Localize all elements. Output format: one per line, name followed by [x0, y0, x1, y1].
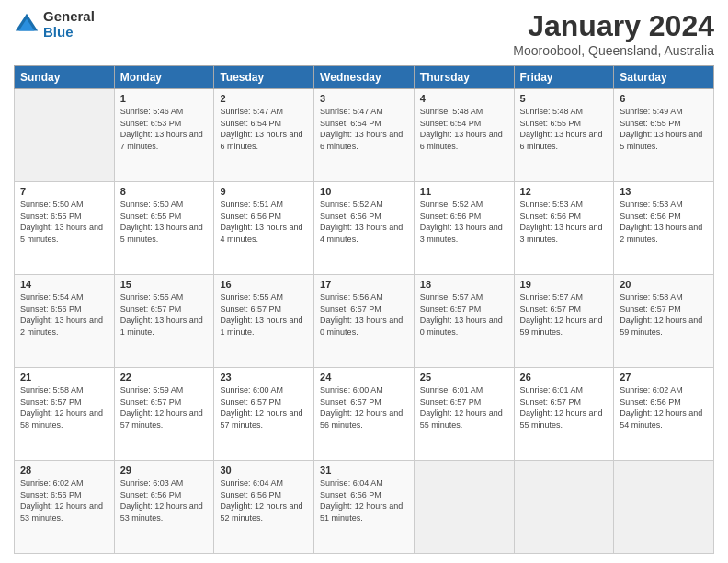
day-info: Sunrise: 5:53 AMSunset: 6:56 PMDaylight:…: [520, 199, 609, 245]
day-number: 18: [420, 279, 508, 290]
day-info: Sunrise: 6:00 AMSunset: 6:57 PMDaylight:…: [320, 385, 408, 431]
day-number: 12: [520, 186, 609, 197]
day-number: 1: [120, 93, 209, 104]
calendar-week-0: 1Sunrise: 5:46 AMSunset: 6:53 PMDaylight…: [15, 89, 714, 182]
day-number: 21: [20, 372, 108, 383]
calendar-cell: 17Sunrise: 5:56 AMSunset: 6:57 PMDayligh…: [314, 275, 415, 368]
day-number: 8: [120, 186, 209, 197]
calendar-cell: 11Sunrise: 5:52 AMSunset: 6:56 PMDayligh…: [414, 182, 514, 275]
calendar-cell: 22Sunrise: 5:59 AMSunset: 6:57 PMDayligh…: [114, 368, 214, 461]
day-info: Sunrise: 6:03 AMSunset: 6:56 PMDaylight:…: [120, 477, 209, 523]
day-info: Sunrise: 5:59 AMSunset: 6:57 PMDaylight:…: [120, 385, 209, 431]
day-number: 29: [120, 465, 209, 476]
day-info: Sunrise: 5:47 AMSunset: 6:54 PMDaylight:…: [320, 106, 408, 152]
day-number: 4: [420, 93, 508, 104]
day-info: Sunrise: 6:02 AMSunset: 6:56 PMDaylight:…: [620, 385, 708, 431]
calendar-week-1: 7Sunrise: 5:50 AMSunset: 6:55 PMDaylight…: [15, 182, 714, 275]
day-number: 15: [120, 279, 209, 290]
calendar-cell: [514, 461, 614, 554]
calendar-cell: 23Sunrise: 6:00 AMSunset: 6:57 PMDayligh…: [214, 368, 314, 461]
day-info: Sunrise: 5:50 AMSunset: 6:55 PMDaylight:…: [120, 199, 209, 245]
calendar-cell: 31Sunrise: 6:04 AMSunset: 6:56 PMDayligh…: [314, 461, 415, 554]
col-saturday: Saturday: [614, 66, 714, 89]
col-monday: Monday: [114, 66, 214, 89]
calendar-table: Sunday Monday Tuesday Wednesday Thursday…: [14, 65, 714, 554]
calendar-page: General Blue January 2024 Mooroobool, Qu…: [0, 0, 728, 563]
calendar-cell: 5Sunrise: 5:48 AMSunset: 6:55 PMDaylight…: [514, 89, 614, 182]
day-info: Sunrise: 5:52 AMSunset: 6:56 PMDaylight:…: [420, 199, 508, 245]
day-info: Sunrise: 5:58 AMSunset: 6:57 PMDaylight:…: [620, 292, 708, 338]
subtitle: Mooroobool, Queensland, Australia: [513, 43, 714, 58]
day-number: 25: [420, 372, 508, 383]
calendar-cell: 28Sunrise: 6:02 AMSunset: 6:56 PMDayligh…: [15, 461, 115, 554]
logo-general-text: General: [43, 9, 95, 25]
day-number: 9: [220, 186, 308, 197]
col-tuesday: Tuesday: [214, 66, 314, 89]
calendar-cell: [15, 89, 115, 182]
day-info: Sunrise: 6:04 AMSunset: 6:56 PMDaylight:…: [220, 477, 308, 523]
calendar-cell: 24Sunrise: 6:00 AMSunset: 6:57 PMDayligh…: [314, 368, 415, 461]
day-number: 28: [20, 465, 108, 476]
calendar-cell: 18Sunrise: 5:57 AMSunset: 6:57 PMDayligh…: [414, 275, 514, 368]
day-info: Sunrise: 6:01 AMSunset: 6:57 PMDaylight:…: [520, 385, 609, 431]
calendar-cell: 3Sunrise: 5:47 AMSunset: 6:54 PMDaylight…: [314, 89, 415, 182]
day-number: 3: [320, 93, 408, 104]
calendar-cell: 4Sunrise: 5:48 AMSunset: 6:54 PMDaylight…: [414, 89, 514, 182]
calendar-cell: 14Sunrise: 5:54 AMSunset: 6:56 PMDayligh…: [15, 275, 115, 368]
calendar-cell: 19Sunrise: 5:57 AMSunset: 6:57 PMDayligh…: [514, 275, 614, 368]
calendar-cell: 16Sunrise: 5:55 AMSunset: 6:57 PMDayligh…: [214, 275, 314, 368]
main-title: January 2024: [513, 9, 714, 43]
calendar-cell: [614, 461, 714, 554]
calendar-cell: 13Sunrise: 5:53 AMSunset: 6:56 PMDayligh…: [614, 182, 714, 275]
day-number: 30: [220, 465, 308, 476]
day-number: 5: [520, 93, 609, 104]
day-info: Sunrise: 5:50 AMSunset: 6:55 PMDaylight:…: [20, 199, 108, 245]
day-info: Sunrise: 5:51 AMSunset: 6:56 PMDaylight:…: [220, 199, 308, 245]
day-number: 26: [520, 372, 609, 383]
day-number: 22: [120, 372, 209, 383]
col-friday: Friday: [514, 66, 614, 89]
calendar-cell: 29Sunrise: 6:03 AMSunset: 6:56 PMDayligh…: [114, 461, 214, 554]
day-info: Sunrise: 5:57 AMSunset: 6:57 PMDaylight:…: [420, 292, 508, 338]
logo-blue-text: Blue: [43, 25, 95, 40]
day-info: Sunrise: 5:54 AMSunset: 6:56 PMDaylight:…: [20, 292, 108, 338]
calendar-cell: 1Sunrise: 5:46 AMSunset: 6:53 PMDaylight…: [114, 89, 214, 182]
day-info: Sunrise: 5:55 AMSunset: 6:57 PMDaylight:…: [220, 292, 308, 338]
day-info: Sunrise: 6:01 AMSunset: 6:57 PMDaylight:…: [420, 385, 508, 431]
logo-icon: [14, 12, 40, 38]
calendar-week-2: 14Sunrise: 5:54 AMSunset: 6:56 PMDayligh…: [15, 275, 714, 368]
day-number: 20: [620, 279, 708, 290]
calendar-cell: 2Sunrise: 5:47 AMSunset: 6:54 PMDaylight…: [214, 89, 314, 182]
day-info: Sunrise: 5:52 AMSunset: 6:56 PMDaylight:…: [320, 199, 408, 245]
calendar-cell: 20Sunrise: 5:58 AMSunset: 6:57 PMDayligh…: [614, 275, 714, 368]
logo-text: General Blue: [43, 9, 95, 40]
calendar-cell: 26Sunrise: 6:01 AMSunset: 6:57 PMDayligh…: [514, 368, 614, 461]
day-number: 27: [620, 372, 708, 383]
day-info: Sunrise: 5:58 AMSunset: 6:57 PMDaylight:…: [20, 385, 108, 431]
day-number: 31: [320, 465, 408, 476]
calendar-cell: 27Sunrise: 6:02 AMSunset: 6:56 PMDayligh…: [614, 368, 714, 461]
day-number: 23: [220, 372, 308, 383]
col-thursday: Thursday: [414, 66, 514, 89]
day-number: 11: [420, 186, 508, 197]
title-section: January 2024 Mooroobool, Queensland, Aus…: [513, 9, 714, 58]
day-info: Sunrise: 6:00 AMSunset: 6:57 PMDaylight:…: [220, 385, 308, 431]
calendar-week-4: 28Sunrise: 6:02 AMSunset: 6:56 PMDayligh…: [15, 461, 714, 554]
header-row: Sunday Monday Tuesday Wednesday Thursday…: [15, 66, 714, 89]
col-sunday: Sunday: [15, 66, 115, 89]
calendar-cell: 8Sunrise: 5:50 AMSunset: 6:55 PMDaylight…: [114, 182, 214, 275]
day-info: Sunrise: 5:49 AMSunset: 6:55 PMDaylight:…: [620, 106, 708, 152]
day-info: Sunrise: 5:47 AMSunset: 6:54 PMDaylight:…: [220, 106, 308, 152]
col-wednesday: Wednesday: [314, 66, 415, 89]
day-number: 19: [520, 279, 609, 290]
calendar-cell: 30Sunrise: 6:04 AMSunset: 6:56 PMDayligh…: [214, 461, 314, 554]
calendar-cell: 15Sunrise: 5:55 AMSunset: 6:57 PMDayligh…: [114, 275, 214, 368]
calendar-cell: 21Sunrise: 5:58 AMSunset: 6:57 PMDayligh…: [15, 368, 115, 461]
calendar-cell: 25Sunrise: 6:01 AMSunset: 6:57 PMDayligh…: [414, 368, 514, 461]
day-info: Sunrise: 6:04 AMSunset: 6:56 PMDaylight:…: [320, 477, 408, 523]
calendar-cell: 6Sunrise: 5:49 AMSunset: 6:55 PMDaylight…: [614, 89, 714, 182]
day-number: 10: [320, 186, 408, 197]
day-number: 2: [220, 93, 308, 104]
day-number: 24: [320, 372, 408, 383]
calendar-week-3: 21Sunrise: 5:58 AMSunset: 6:57 PMDayligh…: [15, 368, 714, 461]
